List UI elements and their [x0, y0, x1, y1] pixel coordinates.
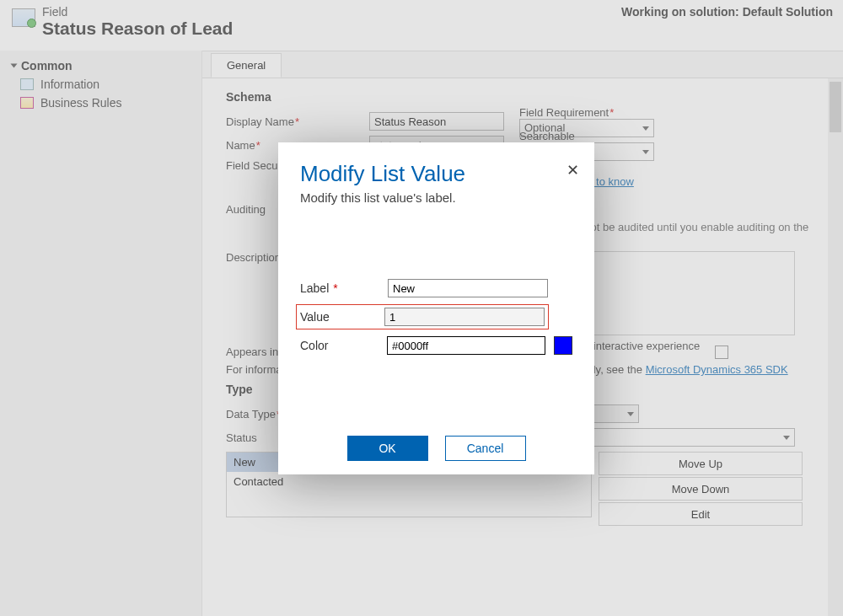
- label-modal-value: Value: [300, 310, 384, 324]
- rules-icon: [20, 97, 34, 109]
- section-schema: Schema: [226, 90, 819, 104]
- header-label: Field: [42, 5, 233, 19]
- input-modal-label[interactable]: [388, 279, 548, 297]
- checkbox-sortable[interactable]: [715, 345, 728, 359]
- form-icon: [20, 78, 34, 90]
- header-title: Status Reason of Lead: [42, 19, 233, 39]
- button-move-down[interactable]: Move Down: [599, 477, 803, 501]
- tab-strip: General: [202, 51, 843, 78]
- sidebar-group-label: Common: [21, 59, 72, 72]
- tab-general[interactable]: General: [211, 53, 282, 78]
- modal-modify-list-value: Modify List Value Modify this list value…: [278, 142, 594, 474]
- collapse-icon: [11, 64, 18, 68]
- label-modal-label: Label *: [300, 281, 388, 295]
- sidebar-item-business-rules[interactable]: Business Rules: [20, 96, 190, 110]
- close-icon[interactable]: ✕: [566, 161, 579, 179]
- button-move-up[interactable]: Move Up: [599, 452, 803, 475]
- label-display-name: Display Name*: [226, 115, 369, 128]
- button-ok[interactable]: OK: [347, 436, 428, 461]
- modal-subtitle: Modify this list value's label.: [300, 190, 572, 205]
- link-sdk[interactable]: Microsoft Dynamics 365 SDK: [646, 363, 788, 376]
- input-display-name[interactable]: [369, 112, 504, 131]
- button-edit[interactable]: Edit: [599, 502, 803, 526]
- working-on-solution: Working on solution: Default Solution: [621, 5, 833, 19]
- highlight-value-row: Value: [296, 304, 549, 329]
- entity-icon: [12, 8, 35, 27]
- sidebar-item-information[interactable]: Information: [20, 78, 190, 91]
- label-modal-color: Color: [300, 339, 387, 352]
- button-cancel[interactable]: Cancel: [445, 436, 526, 461]
- sidebar-item-label: Information: [40, 78, 99, 91]
- sidebar-item-label: Business Rules: [40, 96, 122, 110]
- modal-title: Modify List Value: [300, 161, 572, 187]
- label-field-requirement: Field Requirement*: [519, 106, 663, 119]
- input-modal-color[interactable]: [387, 336, 545, 355]
- list-item-empty: [227, 491, 591, 517]
- sidebar-group-common[interactable]: Common: [12, 59, 190, 72]
- input-modal-value: [384, 308, 545, 326]
- label-searchable: Searchable: [519, 130, 663, 142]
- color-swatch[interactable]: [554, 336, 572, 355]
- sidebar: Common Information Business Rules: [0, 51, 202, 616]
- list-item[interactable]: Contacted: [227, 472, 591, 491]
